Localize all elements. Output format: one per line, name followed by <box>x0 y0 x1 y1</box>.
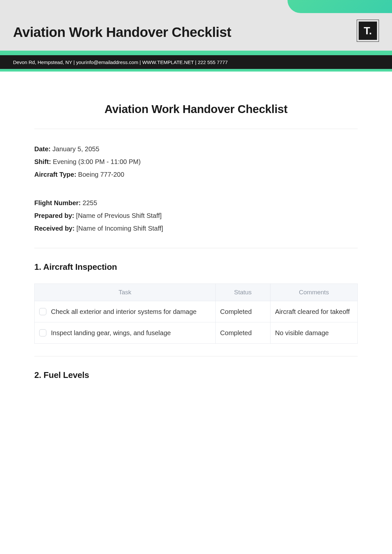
meta-shift-label: Shift: <box>34 158 51 165</box>
meta-date-value: January 5, 2055 <box>51 145 99 153</box>
task-cell: Check all exterior and interior systems … <box>35 301 216 322</box>
table-row: Check all exterior and interior systems … <box>35 301 358 322</box>
meta-flight: Flight Number: 2255 <box>34 197 358 209</box>
section-2-heading: 2. Fuel Levels <box>34 370 358 380</box>
checkbox[interactable] <box>39 329 46 336</box>
meta-aircraft-label: Aircraft Type: <box>34 171 76 178</box>
status-cell: Completed <box>215 301 270 322</box>
comments-cell: No visible damage <box>270 322 357 344</box>
meta-prepared-label: Prepared by: <box>34 212 74 219</box>
task-text: Check all exterior and interior systems … <box>51 306 197 317</box>
table-header-row: Task Status Comments <box>35 284 358 301</box>
meta-aircraft-value: Boeing 777-200 <box>76 171 124 178</box>
meta-flight-value: 2255 <box>81 199 97 206</box>
meta-date-label: Date: <box>34 145 51 153</box>
document-title: Aviation Work Handover Checklist <box>34 103 358 116</box>
meta-block-1: Date: January 5, 2055 Shift: Evening (3:… <box>34 143 358 181</box>
document-content: Aviation Work Handover Checklist Date: J… <box>0 72 392 380</box>
col-task: Task <box>35 284 216 301</box>
logo: T. <box>357 20 379 42</box>
meta-received-label: Received by: <box>34 225 74 232</box>
meta-prepared-value: [Name of Previous Shift Staff] <box>74 212 162 219</box>
corner-accent <box>287 0 392 13</box>
meta-shift: Shift: Evening (3:00 PM - 11:00 PM) <box>34 155 358 168</box>
inspection-table: Task Status Comments Check all exterior … <box>34 284 358 344</box>
meta-flight-label: Flight Number: <box>34 199 81 206</box>
meta-prepared: Prepared by: [Name of Previous Shift Sta… <box>34 209 358 222</box>
section-1-heading: 1. Aircraft Inspection <box>34 262 358 272</box>
meta-block-2: Flight Number: 2255 Prepared by: [Name o… <box>34 197 358 235</box>
task-cell: Inspect landing gear, wings, and fuselag… <box>35 322 216 344</box>
meta-received-value: [Name of Incoming Shift Staff] <box>74 225 163 232</box>
col-status: Status <box>215 284 270 301</box>
green-bar-bottom <box>0 69 392 72</box>
meta-shift-value: Evening (3:00 PM - 11:00 PM) <box>51 158 141 165</box>
header-title: Aviation Work Handover Checklist <box>13 24 231 40</box>
meta-date: Date: January 5, 2055 <box>34 143 358 155</box>
status-cell: Completed <box>215 322 270 344</box>
task-text: Inspect landing gear, wings, and fuselag… <box>51 328 171 338</box>
divider <box>34 356 358 356</box>
checkbox[interactable] <box>39 308 46 315</box>
table-row: Inspect landing gear, wings, and fuselag… <box>35 322 358 344</box>
divider <box>34 129 358 129</box>
contact-bar: Devon Rd, Hempstead, NY | yourinfo@email… <box>0 55 392 69</box>
meta-aircraft: Aircraft Type: Boeing 777-200 <box>34 168 358 181</box>
divider <box>34 248 358 248</box>
header-banner: Aviation Work Handover Checklist T. <box>0 0 392 51</box>
comments-cell: Aircraft cleared for takeoff <box>270 301 357 322</box>
col-comments: Comments <box>270 284 357 301</box>
logo-text: T. <box>359 22 377 40</box>
meta-received: Received by: [Name of Incoming Shift Sta… <box>34 222 358 235</box>
green-bar-top <box>0 51 392 55</box>
contact-line: Devon Rd, Hempstead, NY | yourinfo@email… <box>13 59 228 65</box>
